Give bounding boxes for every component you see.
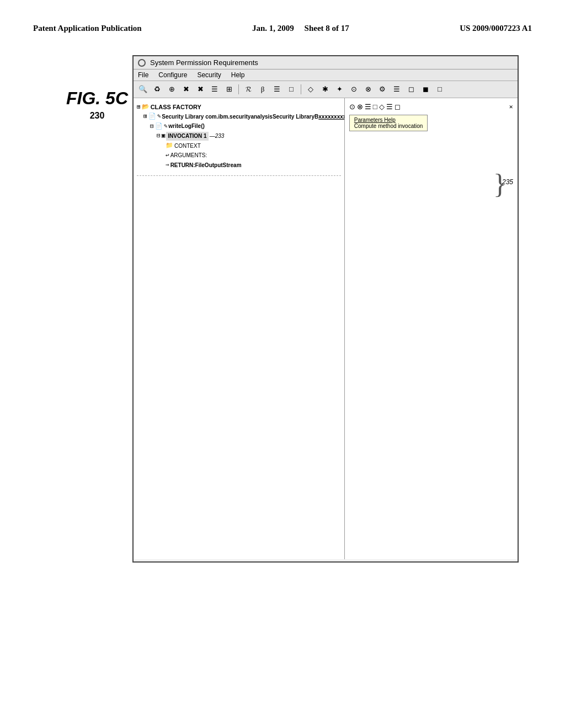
settings2-icon[interactable]: ⊗ (362, 83, 374, 95)
ref-235: 235 (502, 178, 513, 186)
right-panel: ⊙ ⊗ ☰ □ ◇ ☰ ◻ × Parameters Help Compute … (345, 98, 518, 559)
arguments-label: ARGUMENTS: (170, 152, 207, 159)
publication-title: Patent Application Publication (33, 24, 142, 33)
app-window: System Permission Requirements File Conf… (132, 55, 519, 563)
lines-icon[interactable]: ☰ (391, 83, 403, 95)
tooltip-line2: Compute method invocation (354, 123, 423, 129)
rt-icon-4[interactable]: □ (373, 103, 377, 111)
search-icon[interactable]: 🔍 (137, 83, 149, 95)
settings-icon[interactable]: ⊕ (166, 83, 178, 95)
filled-box-icon[interactable]: ◼ (419, 83, 431, 95)
doc-icon-2: 📄 (155, 122, 163, 131)
content-area: ⊞ 📂 CLASS FACTORY ⊞ 📄 ✎ Security Library… (134, 98, 518, 559)
expand-icon-3[interactable]: ⊟ (150, 122, 154, 131)
star-icon[interactable]: ✱ (319, 83, 331, 95)
title-bar: System Permission Requirements (134, 56, 518, 69)
ref-233: —233 (210, 132, 225, 140)
rt-icon-6[interactable]: ☰ (386, 103, 393, 111)
tree-row-arguments: ↩ ARGUMENTS: (137, 151, 341, 160)
right-toolbar: ⊙ ⊗ ☰ □ ◇ ☰ ◻ × (349, 103, 513, 111)
invocation-label: INVOCATION 1 (166, 132, 208, 141)
tree-row-context: 📁 CONTEXT (137, 141, 341, 151)
sheet-number: Sheet 8 of 17 (305, 24, 349, 33)
tooltip-box: Parameters Help Compute method invocatio… (349, 115, 428, 131)
pencil-icon: ✎ (164, 122, 168, 131)
tree-row-class-factory: ⊞ 📂 CLASS FACTORY (137, 103, 341, 112)
cross-icon[interactable]: ✖ (194, 83, 206, 95)
square-icon[interactable]: □ (285, 83, 297, 95)
rt-icon-2[interactable]: ⊗ (357, 103, 363, 111)
class-factory-label: CLASS FACTORY (151, 103, 201, 111)
table-icon-2: ▣ (162, 132, 166, 140)
pub-date: Jan. 1, 2009 (252, 24, 294, 33)
tree-row-security-library: ⊞ 📄 ✎ Security Library com.ibm.securitya… (137, 112, 341, 121)
window-circle-icon (138, 59, 146, 67)
arrow-in-icon: ↩ (166, 152, 169, 160)
menu-security[interactable]: Security (197, 71, 221, 79)
patent-number: US 2009/0007223 A1 (460, 24, 532, 33)
return-label: RETURN:FileOutputStream (170, 162, 242, 169)
grid-icon[interactable]: ⊞ (223, 83, 235, 95)
doc-icon: 📄 (148, 113, 156, 121)
rt-icon-7[interactable]: ◻ (395, 103, 401, 111)
rt-icon-3[interactable]: ☰ (365, 103, 371, 111)
edit-icon: ✎ (157, 113, 161, 121)
tree-row-return: ⇒ RETURN:FileOutputStream (137, 160, 341, 170)
header-left: Patent Application Publication (33, 22, 142, 35)
box-icon[interactable]: ◻ (405, 83, 417, 95)
separator-1 (238, 84, 239, 94)
table-icon[interactable]: ⚙ (376, 83, 388, 95)
tree-row-invocation: ⊟ ▣ INVOCATION 1 —233 (137, 131, 341, 141)
person-icon[interactable]: 𝓡 (242, 83, 254, 95)
menu-help[interactable]: Help (231, 71, 245, 79)
person2-icon[interactable]: β (257, 83, 269, 95)
menu-file[interactable]: File (138, 71, 148, 79)
separator-2 (301, 84, 301, 94)
delete-x-icon[interactable]: ✖ (180, 83, 192, 95)
tooltip-line1: Parameters Help (354, 117, 423, 123)
menu-bar: File Configure Security Help (134, 69, 518, 81)
divider-line (137, 175, 341, 176)
circle-icon[interactable]: ⊙ (348, 83, 360, 95)
folder-icon: 📂 (142, 103, 150, 111)
header-center: Jan. 1, 2009 Sheet 8 of 17 (252, 22, 349, 35)
context-label: CONTEXT (174, 142, 201, 150)
gear-icon[interactable]: ✦ (333, 83, 345, 95)
close-button[interactable]: × (509, 103, 513, 111)
toolbar-1: 🔍 ♻ ⊕ ✖ ✖ ☰ ⊞ 𝓡 β ☰ □ ◇ ✱ ✦ ⊙ ⊗ ⚙ ☰ ◻ ◼ … (134, 81, 518, 98)
list-icon[interactable]: ☰ (271, 83, 283, 95)
recycle-icon[interactable]: ♻ (151, 83, 163, 95)
empty-box-icon[interactable]: □ (434, 83, 446, 95)
figure-ref: 230 (66, 111, 128, 121)
arrow-right-icon: ⇒ (166, 161, 169, 169)
tree-panel: ⊞ 📂 CLASS FACTORY ⊞ 📄 ✎ Security Library… (134, 98, 345, 559)
security-library-label: Security Library com.ibm.securityanalysi… (162, 113, 345, 121)
header-right: US 2009/0007223 A1 (460, 22, 532, 35)
rt-icon-5[interactable]: ◇ (379, 103, 385, 111)
figure-number: FIG. 5C (66, 88, 128, 109)
menu-configure[interactable]: Configure (158, 71, 187, 79)
write-log-label: writeLogFile() (168, 122, 205, 130)
tree-row-write-log: ⊟ 📄 ✎ writeLogFile() (137, 122, 341, 131)
rt-icon-1[interactable]: ⊙ (349, 103, 355, 111)
figure-label: FIG. 5C 230 (66, 88, 128, 121)
collapse-icon[interactable]: ⊟ (157, 132, 161, 140)
expand-icon[interactable]: ⊞ (137, 103, 141, 111)
folder-context-icon: 📁 (166, 142, 173, 150)
diamond-icon[interactable]: ◇ (305, 83, 317, 95)
page-header: Patent Application Publication Jan. 1, 2… (0, 0, 565, 46)
expand-icon-2[interactable]: ⊞ (143, 113, 147, 121)
window-title: System Permission Requirements (150, 58, 258, 67)
clipboard-icon[interactable]: ☰ (209, 83, 221, 95)
